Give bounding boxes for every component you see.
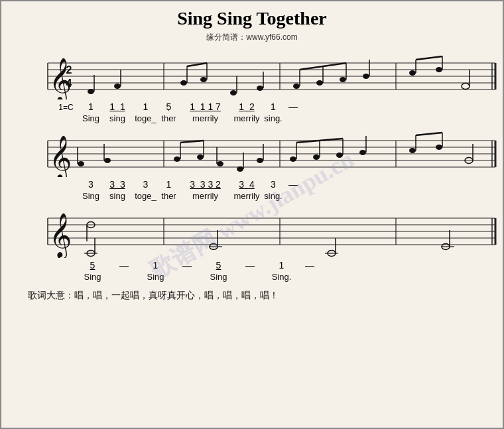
svg-point-77 <box>359 150 366 155</box>
svg-line-84 <box>416 133 442 135</box>
svg-point-73 <box>313 154 320 160</box>
page-title: Sing Sing Together <box>15 8 489 29</box>
svg-point-23 <box>230 90 237 95</box>
page: Sing Sing Together 缘分简谱：www.yf66.com 歌谱网… <box>0 0 504 429</box>
lyr-line-1: Sing sing toge_ ther merrily merrily sin… <box>15 113 489 123</box>
key-label: 1=C <box>51 103 81 112</box>
num-line-1: 1=C 1 1 1 1 5· 1 1 1 7 1 2 1 — <box>15 101 489 112</box>
svg-point-31 <box>340 77 346 82</box>
svg-line-41 <box>416 56 442 60</box>
staff-1: 𝄞 2 4 <box>15 50 499 99</box>
svg-text:𝄞: 𝄞 <box>49 135 72 177</box>
svg-point-14 <box>88 89 94 94</box>
svg-point-62 <box>197 154 204 160</box>
section-2: 𝄞 <box>15 127 489 201</box>
lyr-line-2: Sing sing toge_ ther merrily merrily sin… <box>15 191 489 201</box>
svg-point-69 <box>257 158 263 163</box>
subtitle: 缘分简谱：www.yf66.com <box>15 32 489 43</box>
svg-point-36 <box>409 70 416 76</box>
svg-point-25 <box>257 86 263 91</box>
svg-point-65 <box>217 161 223 166</box>
svg-text:𝄞: 𝄞 <box>49 213 72 258</box>
num-line-2: 3 3 3 3 1 3 3 3 2 3 4 3 — <box>15 179 489 190</box>
svg-point-18 <box>180 80 187 86</box>
svg-point-29 <box>316 80 323 86</box>
svg-point-20 <box>200 77 207 82</box>
lyr-line-3: Sing Sing Sing Sing. <box>15 272 489 282</box>
svg-text:2: 2 <box>66 64 72 76</box>
svg-point-39 <box>436 67 442 72</box>
svg-point-42 <box>462 84 470 90</box>
svg-point-82 <box>436 145 442 150</box>
section-3: 𝄞 <box>15 205 489 282</box>
svg-point-33 <box>363 74 369 79</box>
svg-point-58 <box>104 158 111 163</box>
num-line-3: 5 — 1 — 5 — 1 — <box>15 260 489 271</box>
svg-text:4: 4 <box>66 78 72 89</box>
svg-point-16 <box>114 84 121 89</box>
svg-point-75 <box>336 153 343 158</box>
staff-3: 𝄞 <box>15 205 499 258</box>
svg-point-80 <box>409 148 416 153</box>
footer-text: 歌词大意：唱，唱，一起唱，真呀真开心，唱，唱，唱，唱！ <box>15 290 489 302</box>
section-1: 𝄞 2 4 <box>15 50 489 123</box>
staff-2: 𝄞 <box>15 127 499 177</box>
svg-point-67 <box>237 166 243 172</box>
svg-point-71 <box>290 156 296 162</box>
svg-point-56 <box>78 161 84 166</box>
svg-point-27 <box>293 84 300 89</box>
svg-line-22 <box>187 63 207 66</box>
svg-point-60 <box>174 156 180 162</box>
